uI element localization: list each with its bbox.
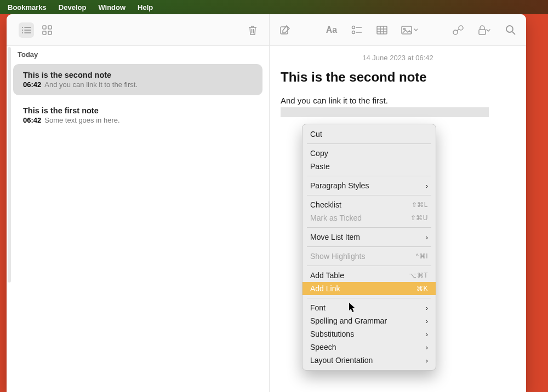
context-menu-item-show-highlights: Show Highlights^⌘I xyxy=(302,250,436,263)
notes-list: Today This is the second note 06:42And y… xyxy=(7,46,270,392)
macos-menubar: Bookmarks Develop Window Help xyxy=(0,0,548,14)
format-icon[interactable]: Aa xyxy=(324,22,339,38)
context-menu-item-font[interactable]: Font› xyxy=(302,301,436,314)
context-menu-item-spelling-and-grammar[interactable]: Spelling and Grammar› xyxy=(302,314,436,327)
note-item-sub: 06:42Some text goes in here. xyxy=(23,116,253,124)
context-menu-separator xyxy=(307,227,431,228)
trash-icon[interactable] xyxy=(245,22,260,38)
svg-rect-8 xyxy=(43,31,46,34)
context-menu-item-speech[interactable]: Speech› xyxy=(302,341,436,354)
context-menu-label: Paste xyxy=(310,162,330,171)
note-body-text: And you can link it to the first. xyxy=(281,96,388,105)
chevron-right-icon: › xyxy=(426,343,428,351)
context-menu-separator xyxy=(307,195,431,195)
selection-highlight xyxy=(281,107,489,117)
context-menu-label: Checklist xyxy=(310,200,341,209)
context-menu-item-cut[interactable]: Cut xyxy=(302,128,436,141)
lock-icon[interactable] xyxy=(476,22,493,38)
note-item-time: 06:42 xyxy=(23,80,41,89)
context-menu-label: Add Link xyxy=(310,284,340,293)
svg-point-15 xyxy=(352,31,355,33)
context-menu-shortcut: ⌥⌘T xyxy=(409,272,428,279)
scrollbar[interactable] xyxy=(8,47,11,283)
context-menu-label: Layout Orientation xyxy=(310,356,373,365)
context-menu-label: Substitutions xyxy=(310,330,354,338)
svg-rect-27 xyxy=(479,30,486,34)
context-menu-item-move-list-item[interactable]: Move List Item› xyxy=(302,230,436,244)
context-menu-label: Move List Item xyxy=(310,233,360,241)
context-menu-item-copy[interactable]: Copy xyxy=(302,147,436,160)
chevron-right-icon: › xyxy=(426,317,428,325)
note-date: 14 June 2023 at 06:42 xyxy=(281,54,515,62)
context-menu-item-paste[interactable]: Paste xyxy=(302,160,436,173)
menu-window[interactable]: Window xyxy=(98,3,125,11)
note-title[interactable]: This is the second note xyxy=(281,70,515,85)
checklist-icon[interactable] xyxy=(349,22,364,38)
svg-point-23 xyxy=(404,28,406,30)
media-icon[interactable] xyxy=(399,22,419,38)
context-menu-shortcut: ⌘K xyxy=(416,285,428,292)
note-item-preview: And you can link it to the first. xyxy=(44,80,138,89)
section-header: Today xyxy=(7,46,269,62)
search-icon[interactable] xyxy=(503,22,518,38)
menu-develop[interactable]: Develop xyxy=(59,3,87,11)
context-menu-item-substitutions[interactable]: Substitutions› xyxy=(302,327,436,341)
context-menu-item-add-table[interactable]: Add Table⌥⌘T xyxy=(302,269,436,282)
context-menu-separator xyxy=(307,266,431,266)
grid-view-icon[interactable] xyxy=(39,22,55,38)
context-menu-label: Spelling and Grammar xyxy=(310,316,387,325)
toolbar-left xyxy=(7,14,270,45)
context-menu-label: Mark as Ticked xyxy=(310,214,362,222)
menu-help[interactable]: Help xyxy=(138,3,153,11)
svg-point-0 xyxy=(22,27,23,28)
chevron-right-icon: › xyxy=(426,233,428,241)
context-menu-item-add-link[interactable]: Add Link⌘K xyxy=(302,282,436,295)
note-item-title: This is the first note xyxy=(23,106,253,115)
chevron-right-icon: › xyxy=(426,182,428,190)
menu-bookmarks[interactable]: Bookmarks xyxy=(8,3,47,11)
context-menu-label: Font xyxy=(310,303,326,312)
list-view-icon[interactable] xyxy=(19,22,34,38)
note-item-title: This is the second note xyxy=(23,71,253,79)
context-menu-separator xyxy=(307,246,431,247)
content: Today This is the second note 06:42And y… xyxy=(7,46,526,392)
context-menu-shortcut: ⇧⌘L xyxy=(412,201,428,209)
link-icon[interactable] xyxy=(450,22,466,38)
svg-point-28 xyxy=(506,26,513,32)
note-body[interactable]: And you can link it to the first. xyxy=(281,96,515,117)
svg-point-4 xyxy=(22,32,23,33)
note-item-sub: 06:42And you can link it to the first. xyxy=(23,80,253,89)
context-menu-shortcut: ⇧⌘U xyxy=(410,214,428,222)
context-menu-label: Paragraph Styles xyxy=(310,181,369,190)
table-icon[interactable] xyxy=(374,22,390,38)
context-menu-separator xyxy=(307,176,431,176)
svg-rect-17 xyxy=(377,26,387,34)
note-item-time: 06:42 xyxy=(23,116,41,124)
context-menu-label: Add Table xyxy=(310,271,344,280)
context-menu-label: Show Highlights xyxy=(310,252,365,261)
context-menu-separator xyxy=(307,143,431,144)
compose-icon[interactable] xyxy=(277,22,293,38)
chevron-right-icon: › xyxy=(426,330,428,338)
svg-line-26 xyxy=(457,29,459,31)
context-menu-item-mark-as-ticked: Mark as Ticked⇧⌘U xyxy=(302,211,436,224)
note-item-0[interactable]: This is the second note 06:42And you can… xyxy=(13,64,262,95)
context-menu: CutCopyPasteParagraph Styles›Checklist⇧⌘… xyxy=(302,124,436,371)
context-menu-shortcut: ^⌘I xyxy=(416,252,428,260)
context-menu-item-layout-orientation[interactable]: Layout Orientation› xyxy=(302,354,436,367)
notes-window: Aa Today This is xyxy=(7,14,526,392)
context-menu-separator xyxy=(307,298,431,298)
context-menu-item-checklist[interactable]: Checklist⇧⌘L xyxy=(302,198,436,211)
svg-point-13 xyxy=(352,26,355,28)
svg-point-2 xyxy=(22,30,23,31)
svg-rect-7 xyxy=(48,26,52,29)
svg-rect-6 xyxy=(43,26,46,29)
toolbar: Aa xyxy=(7,14,526,46)
context-menu-item-paragraph-styles[interactable]: Paragraph Styles› xyxy=(302,179,436,192)
context-menu-label: Speech xyxy=(310,343,336,351)
svg-rect-9 xyxy=(48,31,52,34)
note-item-1[interactable]: This is the first note 06:42Some text go… xyxy=(13,100,262,131)
note-item-preview: Some text goes in here. xyxy=(44,116,119,124)
chevron-right-icon: › xyxy=(426,356,428,365)
svg-line-29 xyxy=(512,32,515,34)
